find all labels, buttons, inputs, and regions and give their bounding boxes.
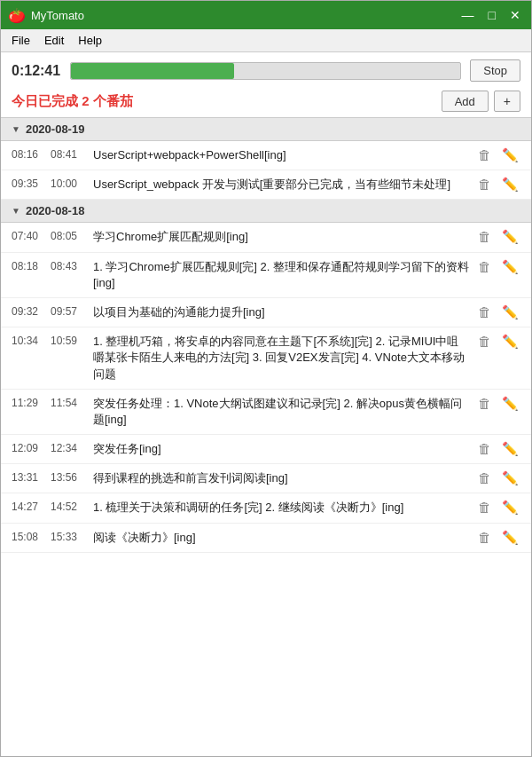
table-row: 09:32 09:57 以项目为基础的沟通能力提升[ing] 🗑 ✏️ [1, 298, 531, 327]
edit-button[interactable]: ✏️ [500, 334, 520, 348]
edit-button[interactable]: ✏️ [500, 147, 520, 162]
delete-button[interactable]: 🗑 [476, 304, 493, 319]
delete-button[interactable]: 🗑 [476, 470, 493, 485]
delete-button[interactable]: 🗑 [476, 177, 493, 191]
time-end: 12:34 [51, 441, 86, 454]
main-window: 🍅 MyTomato — □ ✕ File Edit Help 0:12:41 … [0, 0, 532, 757]
record-text: UserScript+webpack+PowerShell[ing] [93, 147, 469, 163]
table-row: 07:40 08:05 学习Chrome扩展匹配规则[ing] 🗑 ✏️ [1, 223, 531, 252]
time-end: 09:57 [51, 304, 86, 318]
close-button[interactable]: ✕ [506, 9, 524, 21]
date-group: ▼2020-08-19 08:16 08:41 UserScript+webpa… [1, 118, 531, 200]
title-left: 🍅 MyTomato [8, 7, 84, 24]
record-text: 突发任务[ing] [93, 441, 469, 457]
table-row: 08:16 08:41 UserScript+webpack+PowerShel… [1, 141, 531, 170]
edit-button[interactable]: ✏️ [500, 396, 520, 410]
date-header[interactable]: ▼2020-08-18 [1, 200, 531, 223]
record-text: UserScript_webpack 开发与测试[重要部分已完成，当有些细节未处… [93, 177, 469, 193]
time-start: 08:16 [12, 147, 43, 161]
menu-file[interactable]: File [4, 32, 37, 49]
status-text: 今日已完成 2 个番茄 [12, 93, 133, 110]
record-text: 1. 整理机巧箱，将安卓的内容同意在主题下[不系统][完] 2. 记录MIUI中… [93, 334, 469, 382]
timer-display: 0:12:41 [12, 63, 61, 79]
record-text: 阅读《决断力》[ing] [93, 530, 469, 546]
delete-button[interactable]: 🗑 [476, 229, 493, 243]
app-title: MyTomato [31, 9, 84, 22]
table-row: 14:27 14:52 1. 梳理关于决策和调研的任务[完] 2. 继续阅读《决… [1, 493, 531, 523]
edit-button[interactable]: ✏️ [500, 304, 520, 319]
table-row: 12:09 12:34 突发任务[ing] 🗑 ✏️ [1, 435, 531, 464]
delete-button[interactable]: 🗑 [476, 396, 493, 410]
edit-button[interactable]: ✏️ [500, 500, 520, 514]
menu-bar: File Edit Help [1, 29, 531, 52]
date-group: ▼2020-08-18 07:40 08:05 学习Chrome扩展匹配规则[i… [1, 200, 531, 552]
progress-bar-fill [71, 63, 234, 79]
edit-button[interactable]: ✏️ [500, 259, 520, 273]
time-end: 08:43 [51, 259, 86, 272]
minimize-button[interactable]: — [458, 9, 478, 21]
time-end: 08:41 [51, 147, 86, 161]
delete-button[interactable]: 🗑 [476, 147, 493, 162]
delete-button[interactable]: 🗑 [476, 530, 493, 544]
time-start: 09:32 [12, 304, 43, 318]
title-bar: 🍅 MyTomato — □ ✕ [1, 1, 531, 29]
time-end: 08:05 [51, 229, 86, 242]
app-icon: 🍅 [8, 7, 26, 24]
maximize-button[interactable]: □ [485, 9, 499, 21]
table-row: 10:34 10:59 1. 整理机巧箱，将安卓的内容同意在主题下[不系统][完… [1, 327, 531, 390]
add-button[interactable]: Add [442, 91, 489, 112]
date-label: 2020-08-18 [26, 204, 85, 217]
edit-button[interactable]: ✏️ [500, 229, 520, 243]
time-start: 14:27 [12, 500, 43, 513]
stop-button[interactable]: Stop [470, 59, 520, 82]
time-end: 10:00 [51, 177, 86, 190]
edit-button[interactable]: ✏️ [500, 470, 520, 485]
table-row: 11:29 11:54 突发任务处理：1. VNote大纲试图建议和记录[完] … [1, 390, 531, 435]
time-start: 12:09 [12, 441, 43, 454]
delete-button[interactable]: 🗑 [476, 334, 493, 348]
menu-edit[interactable]: Edit [37, 32, 71, 49]
edit-button[interactable]: ✏️ [500, 177, 520, 191]
progress-bar-container [70, 62, 461, 80]
time-end: 15:33 [51, 530, 86, 543]
table-row: 09:35 10:00 UserScript_webpack 开发与测试[重要部… [1, 170, 531, 200]
date-label: 2020-08-19 [26, 122, 85, 136]
date-header[interactable]: ▼2020-08-19 [1, 118, 531, 141]
record-text: 突发任务处理：1. VNote大纲试图建议和记录[完] 2. 解决opus黄色横… [93, 396, 469, 428]
delete-button[interactable]: 🗑 [476, 441, 493, 455]
time-start: 10:34 [12, 334, 43, 347]
delete-button[interactable]: 🗑 [476, 500, 493, 514]
time-start: 09:35 [12, 177, 43, 190]
time-end: 14:52 [51, 500, 86, 513]
table-row: 13:31 13:56 得到课程的挑选和前言发刊词阅读[ing] 🗑 ✏️ [1, 464, 531, 493]
delete-button[interactable]: 🗑 [476, 259, 493, 273]
toolbar: 0:12:41 Stop [1, 52, 531, 89]
menu-help[interactable]: Help [71, 32, 109, 49]
status-bar: 今日已完成 2 个番茄 Add + [1, 89, 531, 117]
table-row: 08:18 08:43 1. 学习Chrome扩展匹配规则[完] 2. 整理和保… [1, 253, 531, 298]
time-start: 08:18 [12, 259, 43, 272]
record-text: 1. 学习Chrome扩展匹配规则[完] 2. 整理和保存通配符规则学习留下的资… [93, 259, 469, 291]
time-start: 13:31 [12, 470, 43, 484]
time-end: 13:56 [51, 470, 86, 484]
time-start: 11:29 [12, 396, 43, 409]
status-actions: Add + [442, 91, 520, 112]
edit-button[interactable]: ✏️ [500, 441, 520, 455]
record-text: 学习Chrome扩展匹配规则[ing] [93, 229, 469, 245]
title-controls: — □ ✕ [458, 9, 524, 21]
plus-button[interactable]: + [494, 91, 520, 112]
time-end: 11:54 [51, 396, 86, 409]
record-list[interactable]: ▼2020-08-19 08:16 08:41 UserScript+webpa… [1, 117, 531, 756]
collapse-icon: ▼ [12, 124, 20, 134]
record-text: 得到课程的挑选和前言发刊词阅读[ing] [93, 470, 469, 486]
time-start: 15:08 [12, 530, 43, 543]
time-start: 07:40 [12, 229, 43, 242]
table-row: 15:08 15:33 阅读《决断力》[ing] 🗑 ✏️ [1, 524, 531, 553]
time-end: 10:59 [51, 334, 86, 347]
record-text: 以项目为基础的沟通能力提升[ing] [93, 304, 469, 320]
record-text: 1. 梳理关于决策和调研的任务[完] 2. 继续阅读《决断力》[ing] [93, 500, 469, 516]
collapse-icon: ▼ [12, 206, 20, 216]
edit-button[interactable]: ✏️ [500, 530, 520, 544]
